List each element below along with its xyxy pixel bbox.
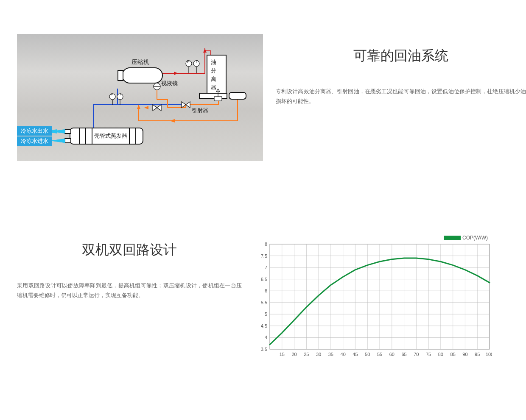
svg-text:100: 100 (486, 352, 492, 357)
chart-svg: 87.576.565.554.543.515202530354045505560… (255, 237, 492, 360)
diagram-svg (17, 34, 263, 161)
svg-text:30: 30 (316, 352, 321, 357)
svg-rect-20 (207, 55, 226, 95)
svg-text:3.5: 3.5 (261, 347, 267, 352)
svg-marker-6 (170, 119, 175, 122)
oilsep-label-4: 器 (211, 84, 216, 92)
svg-marker-9 (186, 102, 190, 108)
svg-text:15: 15 (280, 352, 285, 357)
svg-text:75: 75 (426, 352, 431, 357)
section1-title: 可靠的回油系统 (276, 47, 526, 65)
svg-text:90: 90 (462, 352, 467, 357)
section2-title: 双机双回路设计 (17, 241, 242, 259)
svg-text:70: 70 (414, 352, 419, 357)
svg-text:7.5: 7.5 (261, 253, 267, 259)
svg-rect-18 (122, 68, 162, 83)
ejector-label: 引射器 (192, 107, 208, 114)
svg-text:5: 5 (265, 312, 267, 317)
svg-text:25: 25 (304, 352, 309, 357)
section1-desc: 专利设计高效油分离器、引射回油，在恶劣工况也能可靠回油，设置低油位保护控制，杜绝… (276, 86, 526, 106)
compressor-label: 压缩机 (132, 58, 149, 66)
svg-rect-35 (65, 139, 71, 143)
svg-marker-10 (153, 105, 157, 111)
svg-marker-21 (199, 93, 227, 98)
svg-text:6.5: 6.5 (261, 277, 267, 282)
svg-marker-11 (157, 105, 161, 111)
svg-text:85: 85 (450, 352, 456, 357)
chart-legend: COP(W/W) (444, 235, 488, 241)
svg-rect-34 (65, 129, 71, 134)
pt-right-label: P T (187, 59, 201, 64)
oil-return-diagram: 压缩机 油 分 离 器 视液镜 引射器 壳管式蒸发器 P T P T 冷冻水出水… (17, 34, 263, 161)
chilled-water-out-label: 冷冻水出水 (17, 126, 52, 136)
cop-chart: COP(W/W) 87.576.565.554.543.515202530354… (255, 237, 492, 360)
legend-swatch (444, 236, 461, 240)
svg-marker-17 (174, 72, 178, 75)
svg-text:6: 6 (265, 288, 267, 293)
svg-marker-7 (144, 106, 148, 109)
chilled-water-in-label: 冷冻水进水 (17, 136, 52, 146)
svg-text:45: 45 (353, 352, 358, 357)
svg-text:50: 50 (365, 352, 370, 357)
svg-text:5.5: 5.5 (261, 300, 267, 305)
section2-desc: 采用双回路设计可以使故障率降到最低，提高机组可靠性；双压缩机设计，使机组在一台压… (17, 281, 242, 300)
oilsep-label-2: 分 (211, 67, 216, 75)
svg-text:60: 60 (389, 352, 394, 357)
legend-label: COP(W/W) (462, 235, 488, 241)
svg-text:65: 65 (401, 352, 406, 357)
svg-text:40: 40 (341, 352, 346, 357)
svg-text:55: 55 (377, 352, 382, 357)
svg-text:7: 7 (265, 265, 267, 270)
pt-left-label: P T (111, 92, 124, 96)
svg-rect-23 (214, 97, 222, 101)
svg-text:4: 4 (265, 335, 267, 340)
svg-rect-22 (229, 92, 246, 99)
svg-marker-5 (137, 105, 140, 109)
svg-marker-38 (50, 139, 65, 143)
evaporator-label: 壳管式蒸发器 (94, 132, 127, 140)
svg-text:4.5: 4.5 (261, 323, 267, 328)
svg-rect-19 (118, 70, 123, 81)
oilsep-label-1: 油 (211, 58, 216, 66)
svg-text:8: 8 (265, 242, 267, 247)
svg-text:20: 20 (291, 352, 297, 357)
sightglass-label: 视液镜 (161, 80, 178, 87)
oilsep-label-3: 离 (211, 75, 216, 83)
svg-text:95: 95 (475, 352, 480, 357)
svg-text:35: 35 (328, 352, 333, 357)
svg-marker-8 (182, 102, 186, 108)
svg-text:80: 80 (438, 352, 443, 357)
